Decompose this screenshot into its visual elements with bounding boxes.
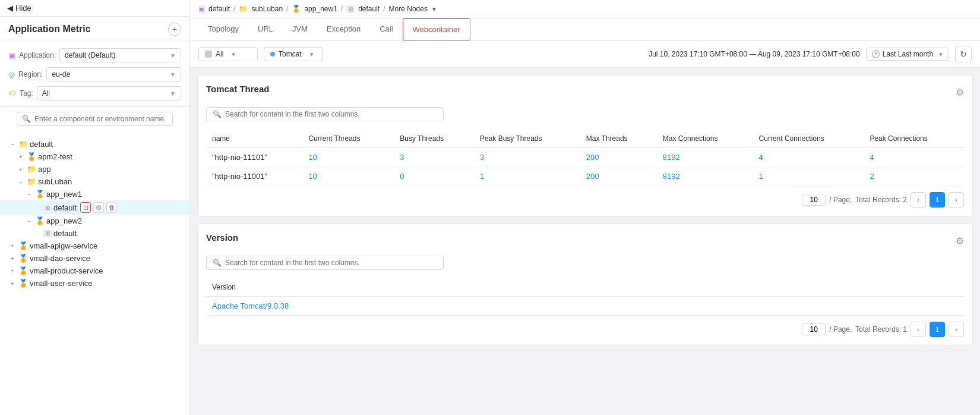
version-search-input[interactable] xyxy=(225,259,437,267)
region-label: Region: xyxy=(18,70,43,78)
tree-item-default-root[interactable]: − 📁 default xyxy=(0,138,189,150)
col-current-connections: Current Connections xyxy=(753,130,864,148)
cell-current-connections-1[interactable]: 1 xyxy=(753,167,864,186)
cell-busy-threads-0[interactable]: 3 xyxy=(394,148,474,167)
breadcrumb-more-button[interactable]: More Nodes xyxy=(389,5,428,13)
col-current-threads: Current Threads xyxy=(302,130,394,148)
all-filter-select[interactable]: All ▼ xyxy=(198,47,258,61)
tree-item-default-env2[interactable]: ⊞ default xyxy=(0,227,189,240)
tree-label-default-env2: default xyxy=(53,229,77,238)
add-metric-button[interactable]: + xyxy=(168,23,181,36)
tree-item-app-new2[interactable]: − 🏅 app_new2 xyxy=(0,215,189,227)
refresh-button[interactable]: ↻ xyxy=(955,46,972,62)
version-search-bar[interactable]: 🔍 xyxy=(206,256,444,270)
cell-current-connections-0[interactable]: 4 xyxy=(753,148,864,167)
tree-item-apm2-test[interactable]: + 🏅 apm2-test xyxy=(0,150,189,163)
tree-toggle-app-new2[interactable]: − xyxy=(25,217,33,225)
breadcrumb-default[interactable]: default xyxy=(208,5,230,13)
cell-max-connections-1[interactable]: 8192 xyxy=(657,167,753,186)
tab-jvm[interactable]: JVM xyxy=(283,18,317,40)
tree-toggle-vmall-dao[interactable]: + xyxy=(8,254,17,263)
breadcrumb: ▣ default / 📁 subLuban / 🏅 app_new1 / ⊞ … xyxy=(190,0,980,18)
cell-peak-busy-threads-1[interactable]: 1 xyxy=(474,167,580,186)
tomcat-thread-search-input[interactable] xyxy=(225,110,437,118)
region-select[interactable]: eu-de ▼ xyxy=(46,67,181,81)
tree-item-subluban[interactable]: − 📁 subLuban xyxy=(0,175,189,188)
tree-item-app[interactable]: + 📁 app xyxy=(0,163,189,175)
tab-call[interactable]: Call xyxy=(370,18,402,40)
cell-max-connections-0[interactable]: 8192 xyxy=(657,148,753,167)
version-title: Version xyxy=(206,232,238,243)
main-content: ▣ default / 📁 subLuban / 🏅 app_new1 / ⊞ … xyxy=(190,0,980,415)
tree-toggle-subluban[interactable]: − xyxy=(17,178,25,186)
tree-item-vmall-apigw[interactable]: + 🏅 vmall-apigw-service xyxy=(0,240,189,252)
sidebar: ◀ Hide Application Metric + ▣ Applicatio… xyxy=(0,0,190,415)
version-settings-icon[interactable]: ⚙ xyxy=(956,235,964,247)
tomcat-next-btn[interactable]: › xyxy=(949,192,964,208)
breadcrumb-app-new1[interactable]: app_new1 xyxy=(304,5,337,13)
cell-peak-connections-1[interactable]: 2 xyxy=(864,167,964,186)
cell-max-threads-0[interactable]: 200 xyxy=(580,148,657,167)
version-prev-btn[interactable]: ‹ xyxy=(911,322,926,337)
tab-url[interactable]: URL xyxy=(248,18,283,40)
breadcrumb-more-chevron-icon: ▼ xyxy=(431,6,437,12)
tree-toggle-vmall-product[interactable]: + xyxy=(8,267,17,275)
tree-toggle-default[interactable]: − xyxy=(8,140,17,149)
tab-exception[interactable]: Exception xyxy=(317,18,370,40)
screenshot-button-env1[interactable]: ⊡ xyxy=(80,202,91,213)
cell-max-threads-1[interactable]: 200 xyxy=(580,167,657,186)
tomcat-thread-table: name Current Threads Busy Threads Peak B… xyxy=(206,130,964,186)
app-icon: ▣ xyxy=(8,51,15,60)
tag-select[interactable]: All ▼ xyxy=(37,86,181,100)
hide-button[interactable]: ◀ Hide xyxy=(0,0,189,17)
tree-item-app-new1[interactable]: − 🏅 app_new1 xyxy=(0,188,189,200)
tree-toggle-vmall-apigw[interactable]: + xyxy=(8,242,17,250)
tomcat-thread-table-header: name Current Threads Busy Threads Peak B… xyxy=(206,130,964,148)
tomcat-prev-btn[interactable]: ‹ xyxy=(911,192,926,208)
cell-current-threads-0[interactable]: 10 xyxy=(302,148,394,167)
cell-version-0[interactable]: Apache Tomcat/9.0.38 xyxy=(206,297,964,316)
delete-button-env1[interactable]: 🗑 xyxy=(106,202,117,213)
tomcat-filter-label: Tomcat xyxy=(279,50,302,58)
tree-item-vmall-dao[interactable]: + 🏅 vmall-dao-service xyxy=(0,252,189,265)
breadcrumb-icon-subluban: 📁 xyxy=(239,5,248,13)
tab-webcontainer[interactable]: Webcontainer xyxy=(403,18,470,40)
tomcat-filter-select[interactable]: Tomcat ▼ xyxy=(264,47,323,61)
col-version: Version xyxy=(206,278,964,297)
settings-button-env1[interactable]: ⚙ xyxy=(93,202,104,213)
tree-search-box[interactable]: 🔍 xyxy=(17,112,173,126)
tomcat-page-1-btn[interactable]: 1 xyxy=(930,192,945,208)
tomcat-page-size-input[interactable] xyxy=(802,194,826,206)
version-page-1-btn[interactable]: 1 xyxy=(930,322,945,337)
time-preset-select[interactable]: 🕐 Last Last month ▼ xyxy=(866,48,949,61)
cell-peak-busy-threads-0[interactable]: 3 xyxy=(474,148,580,167)
col-max-connections: Max Connections xyxy=(657,130,753,148)
tomcat-filter-dot xyxy=(270,52,275,56)
tab-topology[interactable]: Topology xyxy=(198,18,248,40)
tomcat-thread-settings-icon[interactable]: ⚙ xyxy=(956,87,964,98)
region-value: eu-de xyxy=(52,70,170,78)
version-page-size-input[interactable] xyxy=(802,323,826,335)
tree-toggle-app[interactable]: + xyxy=(17,165,25,174)
cell-current-threads-1[interactable]: 10 xyxy=(302,167,394,186)
breadcrumb-subluban[interactable]: subLuban xyxy=(251,5,283,13)
application-select[interactable]: default (Default) ▼ xyxy=(59,48,181,62)
version-next-btn[interactable]: › xyxy=(949,322,964,337)
tree-toggle-vmall-user[interactable]: + xyxy=(8,279,17,288)
breadcrumb-default-env[interactable]: default xyxy=(358,5,380,13)
cell-name-0: "http-nio-11101" xyxy=(206,148,302,167)
cell-peak-connections-0[interactable]: 4 xyxy=(864,148,964,167)
cell-busy-threads-1[interactable]: 0 xyxy=(394,167,474,186)
tree-toggle-app-new1[interactable]: − xyxy=(25,190,33,199)
time-preset-label: Last Last month xyxy=(883,50,933,58)
tree-item-vmall-user[interactable]: + 🏅 vmall-user-service xyxy=(0,277,189,290)
all-filter-label: All xyxy=(216,50,223,58)
tree-toggle-apm2[interactable]: + xyxy=(17,153,25,161)
tree-item-vmall-product[interactable]: + 🏅 vmall-product-service xyxy=(0,265,189,277)
tree-search-input[interactable] xyxy=(34,115,167,123)
tomcat-thread-title: Tomcat Thread xyxy=(206,84,269,94)
tree-item-default-env1[interactable]: ⊞ default ⊡ ⚙ 🗑 xyxy=(0,200,189,215)
tag-label: Tag: xyxy=(20,89,33,98)
tomcat-thread-search-bar[interactable]: 🔍 xyxy=(206,107,444,121)
tomcat-total-label: Total Records: 2 xyxy=(855,196,907,204)
